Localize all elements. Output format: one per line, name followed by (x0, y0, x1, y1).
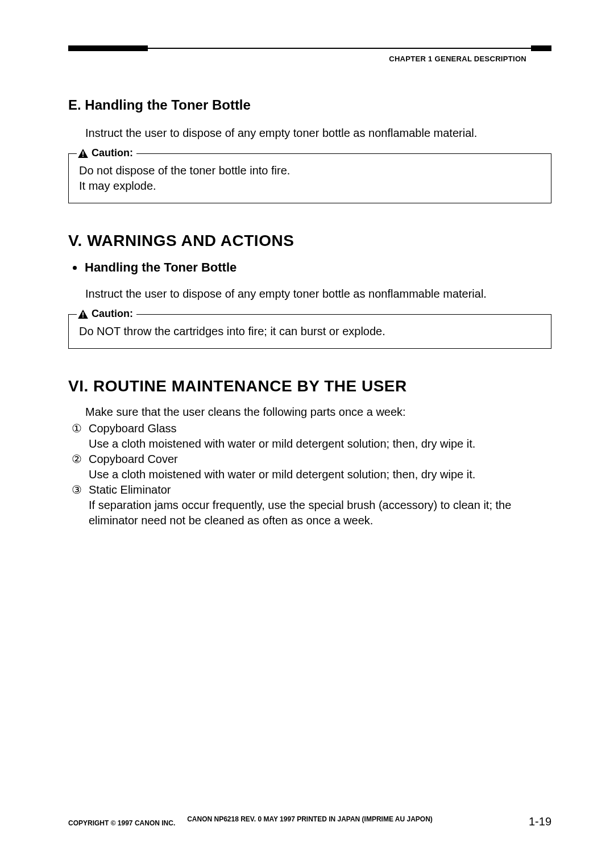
list-content-3: Static Eliminator If separation jams occ… (89, 482, 551, 528)
bullet-icon (73, 266, 77, 270)
header-rule (68, 45, 551, 51)
list-number-3: ③ (70, 482, 83, 528)
caution-legend-v: Caution: (77, 308, 136, 320)
list-content-2: Copyboard Cover Use a cloth moistened wi… (89, 452, 551, 482)
header-thick-right (531, 45, 551, 51)
warning-icon (78, 310, 88, 319)
caution-text-v: Do NOT throw the cartridges into fire; i… (79, 324, 541, 339)
section-v-subheading: Handling the Toner Bottle (73, 260, 551, 275)
list-title-2: Copyboard Cover (89, 452, 551, 467)
list-title-3: Static Eliminator (89, 482, 551, 498)
svg-rect-0 (82, 151, 84, 155)
caution-box-v: Caution: Do NOT throw the cartridges int… (68, 314, 551, 349)
caution-line1-e: Do not dispose of the toner bottle into … (79, 163, 541, 178)
section-vi-intro: Make sure that the user cleans the follo… (85, 406, 551, 419)
warning-icon (78, 149, 88, 158)
list-number-1: ① (70, 421, 83, 452)
list-title-1: Copyboard Glass (89, 421, 551, 436)
section-v-sub-label: Handling the Toner Bottle (85, 260, 237, 275)
caution-line2-e: It may explode. (79, 178, 541, 194)
section-e-body: Instruct the user to dispose of any empt… (85, 126, 551, 141)
list-desc-2: Use a cloth moistened with water or mild… (89, 467, 551, 482)
caution-text-e: Do not dispose of the toner bottle into … (79, 163, 541, 194)
list-item: ② Copyboard Cover Use a cloth moistened … (70, 452, 551, 482)
footer-center: CANON NP6218 REV. 0 MAY 1997 PRINTED IN … (68, 815, 551, 823)
list-desc-3: If separation jams occur frequently, use… (89, 498, 551, 528)
list-number-2: ② (70, 452, 83, 482)
list-content-1: Copyboard Glass Use a cloth moistened wi… (89, 421, 551, 452)
chapter-label: CHAPTER 1 GENERAL DESCRIPTION (68, 55, 551, 63)
section-vi-heading: VI. ROUTINE MAINTENANCE BY THE USER (68, 377, 551, 395)
svg-rect-2 (82, 312, 84, 315)
section-v-body: Instruct the user to dispose of any empt… (85, 286, 551, 302)
list-desc-1: Use a cloth moistened with water or mild… (89, 436, 551, 452)
header-thin-line (68, 48, 551, 49)
caution-label-e: Caution: (92, 147, 133, 159)
section-v-heading: V. WARNINGS AND ACTIONS (68, 232, 551, 250)
section-e-title: E. Handling the Toner Bottle (68, 97, 551, 113)
maintenance-list: ① Copyboard Glass Use a cloth moistened … (70, 421, 551, 528)
list-item: ① Copyboard Glass Use a cloth moistened … (70, 421, 551, 452)
caution-box-e: Caution: Do not dispose of the toner bot… (68, 153, 551, 203)
caution-legend-e: Caution: (77, 147, 136, 159)
page-footer: COPYRIGHT © 1997 CANON INC. CANON NP6218… (68, 815, 551, 828)
caution-label-v: Caution: (92, 308, 133, 320)
svg-rect-3 (82, 316, 84, 318)
svg-rect-1 (82, 156, 84, 157)
list-item: ③ Static Eliminator If separation jams o… (70, 482, 551, 528)
document-page: CHAPTER 1 GENERAL DESCRIPTION E. Handlin… (0, 0, 614, 868)
